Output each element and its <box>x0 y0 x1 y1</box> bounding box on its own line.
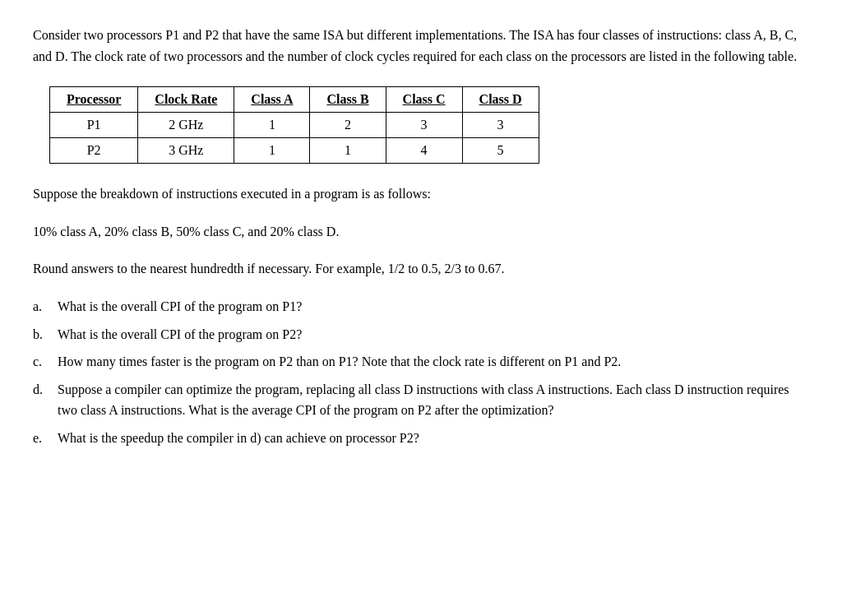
p1-processor: P1 <box>50 113 138 138</box>
col-header-class-b: Class B <box>310 87 386 113</box>
p2-class-b: 1 <box>310 138 386 164</box>
suppose-text: Suppose the breakdown of instructions ex… <box>33 183 809 205</box>
p2-class-d: 5 <box>462 138 539 164</box>
question-b-letter: b. <box>33 324 58 345</box>
question-d-text: Suppose a compiler can optimize the prog… <box>58 379 809 421</box>
p1-clock-rate: 2 GHz <box>138 113 234 138</box>
question-e-text: What is the speedup the compiler in d) c… <box>58 428 809 449</box>
question-d-letter: d. <box>33 379 58 421</box>
col-header-clock-rate: Clock Rate <box>138 87 234 113</box>
question-b: b. What is the overall CPI of the progra… <box>33 324 809 345</box>
p2-class-a: 1 <box>234 138 310 164</box>
question-c: c. How many times faster is the program … <box>33 351 809 373</box>
col-header-processor: Processor <box>50 87 138 113</box>
data-table: Processor Clock Rate Class A Class B Cla… <box>33 86 809 164</box>
breakdown-section: 10% class A, 20% class B, 50% class C, a… <box>33 221 809 243</box>
intro-paragraph: Consider two processors P1 and P2 that h… <box>33 25 809 67</box>
table-row: P2 3 GHz 1 1 4 5 <box>50 138 539 164</box>
p2-processor: P2 <box>50 138 138 164</box>
suppose-section: Suppose the breakdown of instructions ex… <box>33 183 809 205</box>
p1-class-d: 3 <box>462 113 539 138</box>
question-c-text: How many times faster is the program on … <box>58 351 809 373</box>
p1-class-c: 3 <box>386 113 462 138</box>
question-e: e. What is the speedup the compiler in d… <box>33 428 809 449</box>
round-section: Round answers to the nearest hundredth i… <box>33 258 809 280</box>
p2-class-c: 4 <box>386 138 462 164</box>
round-text: Round answers to the nearest hundredth i… <box>33 258 809 280</box>
col-header-class-a: Class A <box>234 87 310 113</box>
question-a-letter: a. <box>33 296 58 317</box>
p2-clock-rate: 3 GHz <box>138 138 234 164</box>
table-row: P1 2 GHz 1 2 3 3 <box>50 113 539 138</box>
question-a-text: What is the overall CPI of the program o… <box>58 296 809 317</box>
question-a: a. What is the overall CPI of the progra… <box>33 296 809 317</box>
p1-class-b: 2 <box>310 113 386 138</box>
col-header-class-c: Class C <box>386 87 462 113</box>
col-header-class-d: Class D <box>462 87 539 113</box>
question-d: d. Suppose a compiler can optimize the p… <box>33 379 809 421</box>
questions-section: a. What is the overall CPI of the progra… <box>33 296 809 449</box>
question-c-letter: c. <box>33 351 58 373</box>
question-e-letter: e. <box>33 428 58 449</box>
breakdown-text: 10% class A, 20% class B, 50% class C, a… <box>33 221 809 243</box>
question-b-text: What is the overall CPI of the program o… <box>58 324 809 345</box>
p1-class-a: 1 <box>234 113 310 138</box>
